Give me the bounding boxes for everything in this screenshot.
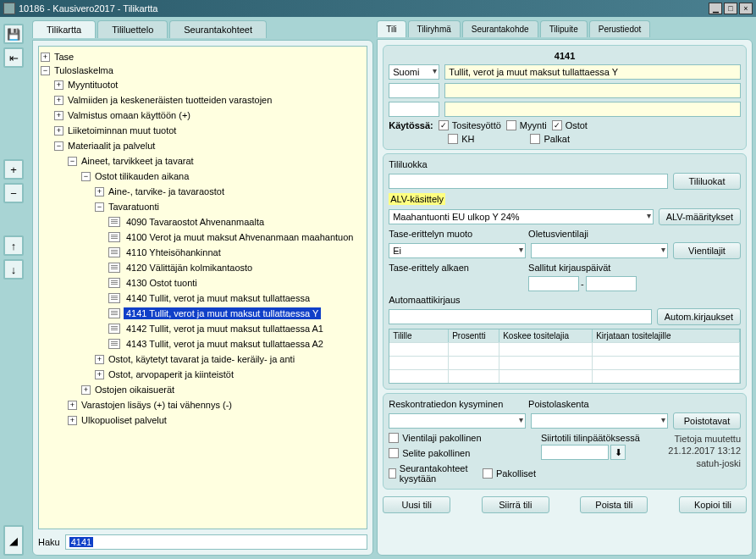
chk-selite-pakollinen[interactable]: Selite pakollinen [389,448,470,458]
minus-icon[interactable]: − [3,183,24,203]
account-icon [108,263,120,273]
automkirjaukset-button[interactable]: Autom.kirjaukset [657,308,741,325]
tree-item[interactable]: Valmistus omaan käyttöön (+) [65,109,193,121]
tree-item[interactable]: 4110 Yhteisöhankinnat [124,246,223,258]
rtab-tiliryhma[interactable]: Tiliryhmä [408,20,461,37]
rtab-perustiedot[interactable]: Perustiedot [589,20,651,37]
account-name3-input[interactable] [444,102,741,117]
account-name2-input[interactable] [444,83,741,98]
tase-muoto-select[interactable]: Ei [389,243,526,258]
tree-item[interactable]: Myyntituotot [65,79,120,91]
siirra-tili-button[interactable]: Siirrä tili [482,496,549,513]
tree-item[interactable]: Tavaratuonti [106,201,162,213]
siirtotili-input[interactable] [541,445,609,460]
tree-toggle[interactable]: − [95,202,104,212]
siirtotili-lookup-button[interactable]: ⬇ [610,445,626,460]
tree-item[interactable]: Varastojen lisäys (+) tai vähennys (-) [79,399,235,411]
chk-palkat[interactable]: Palkat [530,134,570,144]
lang2-input[interactable] [389,83,439,98]
tree-item[interactable]: 4140 Tullit, verot ja muut maksut tullat… [124,292,312,304]
tree-item[interactable]: Ostot, käytetyt tavarat ja taide- keräil… [106,353,297,365]
tree-item[interactable]: Aineet, tarvikkeet ja tavarat [79,155,196,167]
save-icon[interactable]: 💾 [3,24,24,44]
tree-toggle[interactable]: + [95,370,104,379]
tree-item[interactable]: Aine-, tarvike- ja tavaraostot [106,185,227,197]
tree-toggle[interactable]: + [54,126,63,136]
tree-item[interactable]: Ostot tilikauden aikana [92,170,191,182]
tree-item[interactable]: 4143 Tullit, verot ja muut maksut tullat… [124,338,326,350]
tree-item[interactable]: Liiketoiminnan muut tuotot [65,125,179,136]
tase-alkaen-label: Tase-erittely alkaen [389,263,469,273]
down-arrow-icon[interactable]: ↓ [3,259,24,280]
tree-item[interactable]: 4090 Tavaraostot Ahvenanmaalta [124,216,267,228]
date-to-input[interactable] [586,276,637,291]
chk-vientilaji-pakollinen[interactable]: Vientilaji pakollinen [389,433,481,443]
tree-item-selected[interactable]: 4141 Tullit, verot ja muut maksut tullat… [124,307,321,319]
back-icon[interactable]: ⇤ [3,47,24,68]
tree-item[interactable]: Ostot, arvopaperit ja kiinteistöt [106,368,236,380]
tree-item[interactable]: 4130 Ostot tuonti [124,277,200,289]
tree-item[interactable]: 4142 Tullit, verot ja muut maksut tullat… [124,323,326,335]
close-button[interactable]: × [739,3,753,14]
chk-tositesyotto[interactable]: ✓Tositesyöttö [439,120,501,130]
rtab-tili[interactable]: Tili [377,20,406,37]
tree-toggle[interactable]: + [68,416,77,425]
tree-toggle[interactable]: + [54,80,63,90]
reskontra-select[interactable] [389,413,526,429]
date-from-input[interactable] [528,276,579,291]
tree-toggle[interactable]: − [54,141,63,151]
tree-toggle[interactable]: + [81,385,91,395]
tab-tilikartta[interactable]: Tilikartta [32,20,96,38]
chk-seurantakohteet-kysytaan[interactable]: Seurantakohteet kysytään [389,463,471,484]
uusi-tili-button[interactable]: Uusi tili [383,496,450,513]
language-select[interactable]: Suomi [389,64,439,80]
poistotavat-button[interactable]: Poistotavat [673,412,741,429]
tree-toggle[interactable]: − [41,66,50,75]
tree-toggle[interactable]: + [41,53,50,62]
tree-item[interactable]: Tuloslaskelma [52,64,116,76]
account-name-input[interactable]: Tullit, verot ja muut maksut tullattaess… [444,64,741,80]
tree-item[interactable]: Ulkopuoliset palvelut [79,414,169,426]
tree-toggle[interactable]: − [68,157,77,166]
plus-icon[interactable]: + [3,159,24,180]
poistolaskenta-select[interactable] [531,413,668,429]
tab-tililuettelo[interactable]: Tililuettelo [97,20,168,38]
rtab-tilipuite[interactable]: Tilipuite [540,20,588,37]
tree-toggle[interactable]: − [81,172,91,181]
auto-posting-grid[interactable]: Tilille Prosentti Koskee tositelajia Kir… [389,329,741,384]
tililuokka-input[interactable] [389,174,668,189]
tree-toggle[interactable]: + [54,111,63,120]
tree-item[interactable]: Ostojen oikaisuerät [92,384,177,396]
search-input[interactable]: 4141 [65,534,368,550]
automaattikirjaus-input[interactable] [389,309,652,324]
maximize-button[interactable]: □ [724,3,737,14]
account-icon [108,217,120,227]
vientilajit-button[interactable]: Vientilajit [673,242,741,259]
kopioi-tili-button[interactable]: Kopioi tili [679,496,747,513]
rtab-seurantakohde[interactable]: Seurantakohde [462,20,538,37]
account-icon [108,278,120,288]
tree-item[interactable]: 4100 Verot ja muut maksut Ahvenanmaan ma… [124,231,356,243]
tree-toggle[interactable]: + [68,401,77,410]
minimize-button[interactable]: ▁ [709,3,722,14]
chk-pakolliset[interactable]: Pakolliset [483,463,536,484]
tree-item[interactable]: 4120 Välittäjän kolmikantaosto [124,262,255,274]
chk-kh[interactable]: KH [448,134,474,144]
tree-toggle[interactable]: + [54,96,63,105]
tree-item[interactable]: Valmiiden ja keskeneräisten tuotteiden v… [65,94,274,106]
alv-maaritykset-button[interactable]: ALV-määritykset [659,208,741,225]
lang3-input[interactable] [389,102,439,117]
chk-ostot[interactable]: ✓Ostot [552,120,588,130]
chk-myynti[interactable]: Myynti [506,120,547,130]
oletusvientilaji-select[interactable] [531,243,668,258]
tree-item[interactable]: Materiaalit ja palvelut [65,140,157,152]
tililuokat-button[interactable]: Tililuokat [673,173,741,190]
tree-toggle[interactable]: + [95,187,104,196]
tree-item[interactable]: Tase [52,51,76,63]
alv-select[interactable]: Maahantuonti EU ulkop Y 24% [389,209,654,224]
tab-seurantakohteet[interactable]: Seurantakohteet [169,20,267,38]
up-arrow-icon[interactable]: ↑ [3,235,24,256]
tree-toggle[interactable]: + [95,355,104,364]
account-tree[interactable]: +Tase −Tuloslaskelma +Myyntituotot +Valm… [38,46,367,529]
poista-tili-button[interactable]: Poista tili [580,496,648,513]
